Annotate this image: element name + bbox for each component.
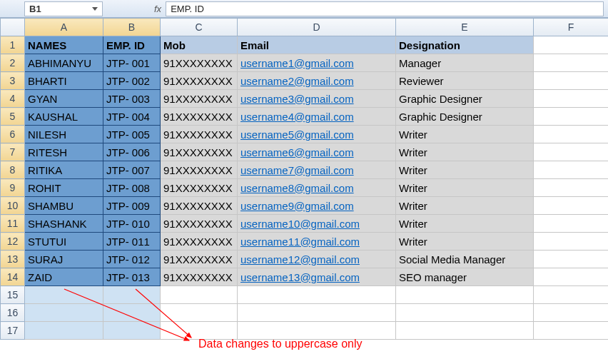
row-header[interactable]: 11	[1, 215, 25, 233]
cell-D10[interactable]: username9@gmail.com	[238, 197, 396, 215]
row-header[interactable]: 8	[1, 161, 25, 179]
cell-C6[interactable]: 91XXXXXXXX	[161, 126, 238, 143]
cell-F2[interactable]	[534, 54, 609, 72]
cell-F8[interactable]	[534, 161, 609, 179]
cell-A9[interactable]: ROHIT	[25, 179, 103, 197]
cell-C12[interactable]: 91XXXXXXXX	[161, 233, 238, 251]
cell-A1[interactable]: NAMES	[25, 36, 103, 54]
cell-D9[interactable]: username8@gmail.com	[238, 179, 396, 197]
cell-B1[interactable]: EMP. ID	[103, 36, 161, 54]
cell-C3[interactable]: 91XXXXXXXX	[161, 72, 238, 90]
cell-E10[interactable]: Writer	[396, 197, 534, 215]
cell-F6[interactable]	[534, 126, 609, 143]
cell-B4[interactable]: JTP- 003	[103, 90, 161, 108]
col-header-F[interactable]: F	[534, 19, 609, 36]
cell-B2[interactable]: JTP- 001	[103, 54, 161, 72]
cell-F1[interactable]	[534, 36, 609, 54]
cell-D15[interactable]	[238, 286, 396, 304]
cell-C13[interactable]: 91XXXXXXXX	[161, 251, 238, 268]
cell-E15[interactable]	[396, 286, 534, 304]
cell-E1[interactable]: Designation	[396, 36, 534, 54]
cell-B17[interactable]	[103, 322, 161, 340]
cell-E5[interactable]: Graphic Designer	[396, 108, 534, 126]
col-header-D[interactable]: D	[238, 19, 396, 36]
cell-F5[interactable]	[534, 108, 609, 126]
cell-B16[interactable]	[103, 304, 161, 322]
cell-D8[interactable]: username7@gmail.com	[238, 161, 396, 179]
cell-E8[interactable]: Writer	[396, 161, 534, 179]
cell-F7[interactable]	[534, 143, 609, 161]
cell-B10[interactable]: JTP- 009	[103, 197, 161, 215]
cell-B14[interactable]: JTP- 013	[103, 268, 161, 286]
cell-A3[interactable]: BHARTI	[25, 72, 103, 90]
row-header[interactable]: 12	[1, 233, 25, 251]
row-header[interactable]: 5	[1, 108, 25, 126]
cell-D5[interactable]: username4@gmail.com	[238, 108, 396, 126]
cell-C11[interactable]: 91XXXXXXXX	[161, 215, 238, 233]
cell-E7[interactable]: Writer	[396, 143, 534, 161]
cell-B6[interactable]: JTP- 005	[103, 126, 161, 143]
cell-B5[interactable]: JTP- 004	[103, 108, 161, 126]
cell-F15[interactable]	[534, 286, 609, 304]
cell-E9[interactable]: Writer	[396, 179, 534, 197]
cell-D1[interactable]: Email	[238, 36, 396, 54]
cell-B7[interactable]: JTP- 006	[103, 143, 161, 161]
row-header[interactable]: 13	[1, 251, 25, 268]
row-header[interactable]: 7	[1, 143, 25, 161]
cell-A13[interactable]: SURAJ	[25, 251, 103, 268]
row-header[interactable]: 10	[1, 197, 25, 215]
cell-F16[interactable]	[534, 304, 609, 322]
cell-A10[interactable]: SHAMBU	[25, 197, 103, 215]
cell-D14[interactable]: username13@gmail.com	[238, 268, 396, 286]
cell-A14[interactable]: ZAID	[25, 268, 103, 286]
cell-E17[interactable]	[396, 322, 534, 340]
row-header[interactable]: 9	[1, 179, 25, 197]
cell-F17[interactable]	[534, 322, 609, 340]
cell-B13[interactable]: JTP- 012	[103, 251, 161, 268]
cell-A11[interactable]: SHASHANK	[25, 215, 103, 233]
cell-C4[interactable]: 91XXXXXXXX	[161, 90, 238, 108]
fx-icon[interactable]: fx	[154, 4, 161, 14]
cell-A2[interactable]: ABHIMANYU	[25, 54, 103, 72]
col-header-B[interactable]: B	[103, 19, 161, 36]
cell-E12[interactable]: Writer	[396, 233, 534, 251]
cell-A6[interactable]: NILESH	[25, 126, 103, 143]
col-header-A[interactable]: A	[25, 19, 103, 36]
cell-F14[interactable]	[534, 268, 609, 286]
cell-F13[interactable]	[534, 251, 609, 268]
cell-D13[interactable]: username12@gmail.com	[238, 251, 396, 268]
cell-C1[interactable]: Mob	[161, 36, 238, 54]
row-header[interactable]: 4	[1, 90, 25, 108]
cell-C15[interactable]	[161, 286, 238, 304]
cell-B12[interactable]: JTP- 011	[103, 233, 161, 251]
chevron-down-icon[interactable]	[92, 7, 98, 11]
cell-E4[interactable]: Graphic Designer	[396, 90, 534, 108]
cell-E6[interactable]: Writer	[396, 126, 534, 143]
cell-E14[interactable]: SEO manager	[396, 268, 534, 286]
row-header[interactable]: 2	[1, 54, 25, 72]
cell-E13[interactable]: Social Media Manager	[396, 251, 534, 268]
row-header[interactable]: 15	[1, 286, 25, 304]
col-header-E[interactable]: E	[396, 19, 534, 36]
cell-C17[interactable]	[161, 322, 238, 340]
cell-B8[interactable]: JTP- 007	[103, 161, 161, 179]
cell-D6[interactable]: username5@gmail.com	[238, 126, 396, 143]
row-header[interactable]: 6	[1, 126, 25, 143]
cell-A5[interactable]: KAUSHAL	[25, 108, 103, 126]
cell-F10[interactable]	[534, 197, 609, 215]
cell-A16[interactable]	[25, 304, 103, 322]
cell-D3[interactable]: username2@gmail.com	[238, 72, 396, 90]
cell-C7[interactable]: 91XXXXXXXX	[161, 143, 238, 161]
cell-D11[interactable]: username10@gmail.com	[238, 215, 396, 233]
cell-C5[interactable]: 91XXXXXXXX	[161, 108, 238, 126]
cell-D12[interactable]: username11@gmail.com	[238, 233, 396, 251]
cell-B9[interactable]: JTP- 008	[103, 179, 161, 197]
cell-A8[interactable]: RITIKA	[25, 161, 103, 179]
cell-C16[interactable]	[161, 304, 238, 322]
cell-C14[interactable]: 91XXXXXXXX	[161, 268, 238, 286]
cell-E16[interactable]	[396, 304, 534, 322]
cell-B15[interactable]	[103, 286, 161, 304]
cell-A12[interactable]: STUTUI	[25, 233, 103, 251]
cell-B3[interactable]: JTP- 002	[103, 72, 161, 90]
cell-D2[interactable]: username1@gmail.com	[238, 54, 396, 72]
